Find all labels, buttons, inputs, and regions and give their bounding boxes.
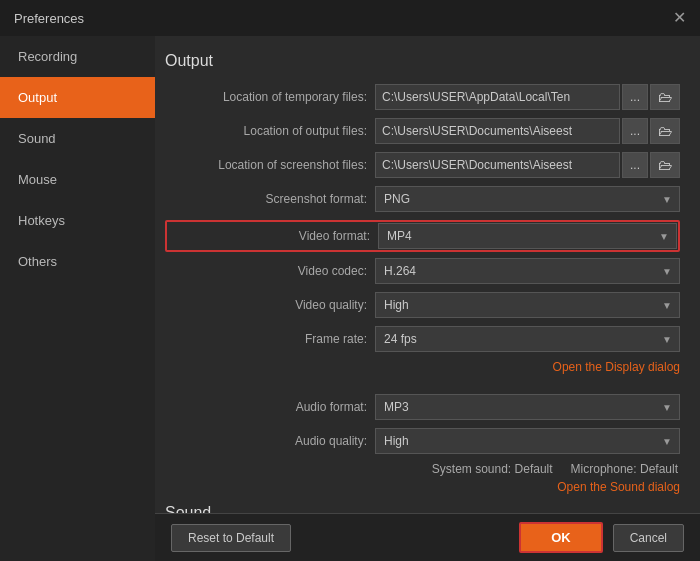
- open-display-dialog-link[interactable]: Open the Display dialog: [553, 360, 680, 374]
- output-files-control: ... 🗁: [375, 118, 680, 144]
- temp-files-input[interactable]: [375, 84, 620, 110]
- output-files-row: Location of output files: ... 🗁: [165, 118, 680, 144]
- video-format-select-wrap: MP4 AVI MOV FLV TS GIF ▼: [378, 223, 677, 249]
- sidebar-item-recording[interactable]: Recording: [0, 36, 155, 77]
- audio-quality-control: High Medium Low ▼: [375, 428, 680, 454]
- content-area: Recording Output Sound Mouse Hotkeys Oth…: [0, 36, 700, 561]
- system-sound-label: System sound:: [432, 462, 511, 476]
- preferences-window: Preferences ✕ Recording Output Sound Mou…: [0, 0, 700, 561]
- frame-rate-select-wrap: 24 fps 30 fps 60 fps ▼: [375, 326, 680, 352]
- screenshot-files-row: Location of screenshot files: ... 🗁: [165, 152, 680, 178]
- close-button[interactable]: ✕: [673, 10, 686, 26]
- footer: Reset to Default OK Cancel: [155, 513, 700, 561]
- output-files-input[interactable]: [375, 118, 620, 144]
- footer-right: OK Cancel: [519, 522, 684, 553]
- screenshot-files-dots-button[interactable]: ...: [622, 152, 648, 178]
- frame-rate-control: 24 fps 30 fps 60 fps ▼: [375, 326, 680, 352]
- video-format-row: Video format: MP4 AVI MOV FLV TS GIF: [168, 223, 677, 249]
- temp-files-control: ... 🗁: [375, 84, 680, 110]
- sidebar-item-output[interactable]: Output: [0, 77, 155, 118]
- screenshot-format-label: Screenshot format:: [165, 192, 375, 206]
- system-sound-value: Default: [515, 462, 553, 476]
- video-codec-label: Video codec:: [165, 264, 375, 278]
- video-quality-select-wrap: High Medium Low ▼: [375, 292, 680, 318]
- screenshot-format-control: PNG JPG BMP ▼: [375, 186, 680, 212]
- microphone-value: Default: [640, 462, 678, 476]
- reset-to-default-button[interactable]: Reset to Default: [171, 524, 291, 552]
- frame-rate-row: Frame rate: 24 fps 30 fps 60 fps ▼: [165, 326, 680, 352]
- output-files-dots-button[interactable]: ...: [622, 118, 648, 144]
- screenshot-format-select[interactable]: PNG JPG BMP: [375, 186, 680, 212]
- audio-quality-select[interactable]: High Medium Low: [375, 428, 680, 454]
- temp-files-label: Location of temporary files:: [165, 90, 375, 104]
- audio-format-label: Audio format:: [165, 400, 375, 414]
- audio-quality-select-wrap: High Medium Low ▼: [375, 428, 680, 454]
- screenshot-files-input[interactable]: [375, 152, 620, 178]
- temp-files-dots-button[interactable]: ...: [622, 84, 648, 110]
- screenshot-format-row: Screenshot format: PNG JPG BMP ▼: [165, 186, 680, 212]
- window-title: Preferences: [14, 11, 84, 26]
- frame-rate-label: Frame rate:: [165, 332, 375, 346]
- audio-quality-row: Audio quality: High Medium Low ▼: [165, 428, 680, 454]
- titlebar: Preferences ✕: [0, 0, 700, 36]
- sidebar: Recording Output Sound Mouse Hotkeys Oth…: [0, 36, 155, 561]
- open-sound-dialog-link[interactable]: Open the Sound dialog: [557, 480, 680, 494]
- output-files-folder-button[interactable]: 🗁: [650, 118, 680, 144]
- video-codec-select-wrap: H.264 H.265 MPEG-4 ▼: [375, 258, 680, 284]
- video-quality-control: High Medium Low ▼: [375, 292, 680, 318]
- sidebar-item-others[interactable]: Others: [0, 241, 155, 282]
- system-info-row: System sound: Default Microphone: Defaul…: [165, 462, 680, 476]
- video-codec-select[interactable]: H.264 H.265 MPEG-4: [375, 258, 680, 284]
- video-format-highlight: Video format: MP4 AVI MOV FLV TS GIF: [165, 220, 680, 252]
- audio-format-select-wrap: MP3 AAC WMA FLAC ▼: [375, 394, 680, 420]
- screenshot-files-control: ... 🗁: [375, 152, 680, 178]
- microphone-label: Microphone:: [571, 462, 637, 476]
- video-codec-row: Video codec: H.264 H.265 MPEG-4 ▼: [165, 258, 680, 284]
- video-codec-control: H.264 H.265 MPEG-4 ▼: [375, 258, 680, 284]
- cancel-button[interactable]: Cancel: [613, 524, 684, 552]
- microphone-info: Microphone: Default: [571, 462, 678, 476]
- video-format-label: Video format:: [168, 229, 378, 243]
- sidebar-item-hotkeys[interactable]: Hotkeys: [0, 200, 155, 241]
- audio-quality-label: Audio quality:: [165, 434, 375, 448]
- sidebar-item-sound[interactable]: Sound: [0, 118, 155, 159]
- screenshot-files-folder-button[interactable]: 🗁: [650, 152, 680, 178]
- screenshot-format-select-wrap: PNG JPG BMP ▼: [375, 186, 680, 212]
- screenshot-files-label: Location of screenshot files:: [165, 158, 375, 172]
- frame-rate-select[interactable]: 24 fps 30 fps 60 fps: [375, 326, 680, 352]
- audio-format-control: MP3 AAC WMA FLAC ▼: [375, 394, 680, 420]
- video-quality-select[interactable]: High Medium Low: [375, 292, 680, 318]
- sidebar-item-mouse[interactable]: Mouse: [0, 159, 155, 200]
- temp-files-folder-button[interactable]: 🗁: [650, 84, 680, 110]
- output-files-label: Location of output files:: [165, 124, 375, 138]
- separator1: [165, 384, 680, 394]
- video-quality-label: Video quality:: [165, 298, 375, 312]
- display-link-row: Open the Display dialog: [165, 360, 680, 374]
- audio-format-row: Audio format: MP3 AAC WMA FLAC ▼: [165, 394, 680, 420]
- main-scroll: Output Location of temporary files: ... …: [155, 36, 700, 513]
- audio-format-select[interactable]: MP3 AAC WMA FLAC: [375, 394, 680, 420]
- sound-link-row: Open the Sound dialog: [165, 480, 680, 494]
- main-panel: Output Location of temporary files: ... …: [155, 36, 700, 561]
- temp-files-row: Location of temporary files: ... 🗁: [165, 84, 680, 110]
- video-quality-row: Video quality: High Medium Low ▼: [165, 292, 680, 318]
- video-format-select[interactable]: MP4 AVI MOV FLV TS GIF: [378, 223, 677, 249]
- sound-section-title: Sound: [165, 504, 680, 513]
- video-format-control: MP4 AVI MOV FLV TS GIF ▼: [378, 223, 677, 249]
- system-sound-info: System sound: Default: [432, 462, 553, 476]
- output-section-title: Output: [165, 52, 680, 70]
- ok-button[interactable]: OK: [519, 522, 603, 553]
